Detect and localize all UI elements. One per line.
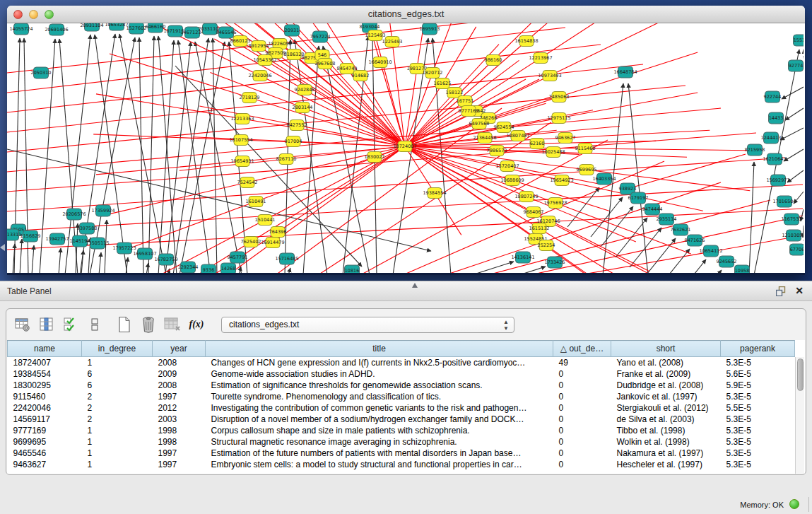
graph-node[interactable]: 16782759 [154, 254, 177, 265]
rows-button[interactable] [86, 315, 104, 334]
graph-node[interactable]: 2718129 [240, 93, 260, 103]
table-row[interactable]: 946362711997Embryonic stem cells: a mode… [8, 459, 795, 470]
graph-node[interactable]: 62160 [530, 139, 545, 149]
graph-node[interactable]: 1156829 [20, 230, 41, 242]
graph-node[interactable]: 7485063 [549, 92, 570, 103]
graph-node[interactable]: 9336 [201, 264, 216, 275]
graph-node[interactable]: 1292344 [178, 262, 199, 273]
graph-node[interactable]: 1695913 [420, 23, 440, 35]
graph-node[interactable]: 15716485 [275, 253, 298, 264]
graph-node[interactable]: 6497568 [469, 119, 490, 129]
graph-node[interactable]: 167751 [457, 96, 474, 107]
graph-node[interactable]: 8267110 [276, 154, 297, 165]
graph-node[interactable]: 20206576 [62, 209, 86, 220]
delete-button[interactable] [139, 315, 158, 334]
graph-node[interactable]: 20931104 [80, 23, 103, 31]
delete-table-button[interactable] [163, 315, 182, 334]
graph-node[interactable]: 922744 [764, 91, 782, 103]
network-canvas[interactable]: 1405572420691406209311041065328715276026… [7, 23, 805, 273]
table-scrollbar[interactable] [795, 357, 804, 474]
table-row[interactable]: 977716911998Corpus callosum shape and si… [8, 425, 795, 436]
graph-node[interactable]: 7632621 [671, 224, 691, 235]
column-header-pagerank[interactable]: pagerank [721, 341, 795, 357]
graph-node[interactable]: 7957224 [310, 31, 331, 42]
graph-node[interactable]: 1610491 [246, 197, 266, 207]
graph-node[interactable]: 9397588 [77, 223, 98, 234]
graph-node[interactable]: 9242848 [295, 85, 315, 95]
graph-node[interactable]: 8471626 [685, 235, 705, 246]
graph-node[interactable]: 161625 [434, 78, 452, 89]
graph-node[interactable]: 12103054 [782, 230, 804, 241]
column-header-title[interactable]: title [206, 341, 553, 357]
graph-node[interactable]: 9684067 [524, 207, 544, 218]
graph-node[interactable]: 2803144 [293, 103, 313, 113]
graph-node[interactable]: 9457791 [228, 252, 248, 263]
graph-node[interactable]: 17016504 [772, 196, 796, 207]
graph-node[interactable]: 16648784 [613, 66, 637, 78]
float-panel-icon[interactable] [776, 286, 787, 296]
graph-node[interactable]: 9245652 [717, 256, 737, 267]
table-row[interactable]: 911546021997Tourette syndrome. Phenomeno… [8, 391, 795, 402]
graph-node[interactable]: 252254 [538, 240, 555, 251]
graph-node[interactable]: 16958107 [133, 248, 156, 259]
graph-node[interactable]: 1615132 [529, 223, 550, 234]
graph-node[interactable]: 12213967 [529, 53, 552, 64]
graph-node[interactable]: 9465546 [216, 27, 237, 38]
graph-node[interactable]: 15720407 [495, 161, 519, 172]
table-row[interactable]: 1456911722003Disruption of a novel membe… [8, 414, 795, 425]
graph-node[interactable]: 16210643 [763, 153, 786, 165]
column-header-out_de[interactable]: △ out_de… [553, 341, 611, 357]
window-titlebar[interactable]: citations_edges.txt [7, 6, 805, 23]
graph-node[interactable]: 1733426 [545, 257, 565, 268]
graph-node[interactable]: 12213363 [230, 114, 254, 124]
graph-node[interactable]: 9777169 [459, 106, 479, 117]
graph-node[interactable]: 14433 [769, 112, 784, 124]
graph-node[interactable]: 914682 [352, 71, 370, 81]
row-selection-button[interactable] [61, 315, 80, 334]
graph-node[interactable]: 2967608 [315, 59, 336, 69]
graph-node[interactable]: 16640910 [368, 57, 392, 68]
graph-node[interactable]: 19654923 [550, 175, 573, 186]
graph-node[interactable]: 10654112 [699, 245, 722, 257]
graph-node[interactable]: 2935114 [657, 214, 677, 225]
table-selector[interactable]: citations_edges.txt ▲▼ [221, 317, 514, 333]
graph-node[interactable]: 2050310 [31, 67, 52, 78]
graph-node[interactable]: 15692971 [766, 175, 789, 186]
graph-node[interactable]: 1527602 [126, 23, 147, 34]
graph-node[interactable]: 8660123 [230, 36, 251, 47]
graph-node[interactable]: 1820712 [423, 68, 443, 78]
column-header-name[interactable]: name [8, 341, 82, 357]
graph-node[interactable]: 1167531 [782, 214, 802, 225]
graph-node[interactable]: 7625402 [241, 237, 261, 247]
graph-node[interactable]: 10816 [345, 265, 360, 275]
graph-node[interactable]: 8215958 [745, 144, 765, 156]
hide-panel-arrow[interactable] [0, 244, 5, 251]
graph-node[interactable]: 15518 [794, 35, 804, 46]
graph-node[interactable]: 16154838 [514, 36, 538, 47]
graph-node[interactable]: 1225493 [382, 37, 403, 47]
graph-node[interactable]: 8427552 [287, 120, 307, 131]
graph-node[interactable]: 9474444 [642, 204, 663, 215]
graph-node[interactable]: 764396 [269, 227, 287, 238]
graph-node[interactable]: 7524542 [237, 177, 258, 188]
table-row[interactable]: 2242004622012Investigating the contribut… [8, 402, 795, 414]
close-panel-icon[interactable]: ✕ [795, 285, 804, 296]
graph-node[interactable]: 14055724 [9, 23, 33, 35]
column-header-year[interactable]: year [153, 341, 206, 357]
graph-node[interactable]: 16914479 [261, 238, 284, 248]
table-row[interactable]: 1872400712008Changes of HCN gene express… [8, 357, 795, 368]
graph-node[interactable]: 917004 [285, 136, 302, 147]
graph-node[interactable]: 18107554 [229, 135, 252, 146]
graph-node[interactable]: 14136141 [511, 252, 534, 263]
table-settings-button[interactable] [13, 315, 32, 334]
graph-node[interactable]: 10653287 [105, 23, 128, 30]
column-visibility-button[interactable] [37, 315, 56, 334]
graph-node[interactable]: 20691406 [45, 24, 68, 35]
column-header-in_degree[interactable]: in_degree [82, 341, 153, 357]
table-row[interactable]: 969969511998Structural magnetic resonanc… [8, 436, 795, 448]
scrollbar-thumb[interactable] [797, 358, 804, 391]
graph-node[interactable]: 6179197 [628, 192, 649, 204]
graph-node[interactable]: 13942757 [45, 233, 69, 245]
graph-node[interactable]: 14268 [221, 263, 236, 274]
graph-node[interactable]: 17359924 [91, 205, 114, 216]
